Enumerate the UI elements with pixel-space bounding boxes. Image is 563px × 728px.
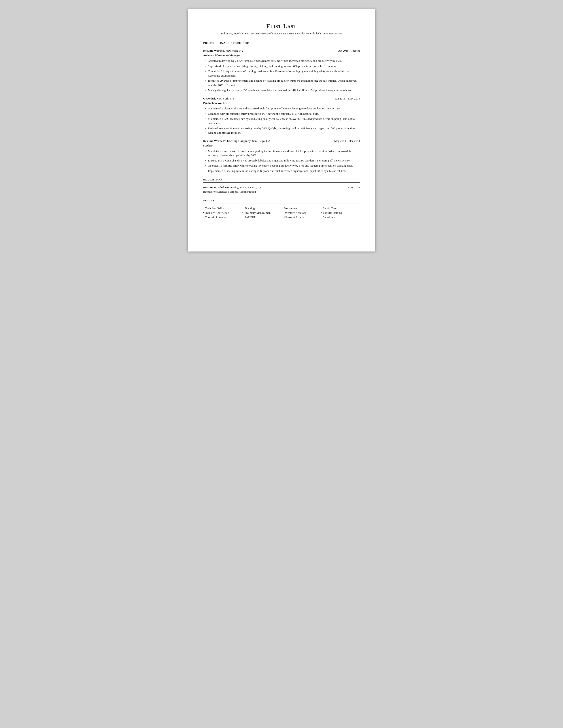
skills-grid: • Technical Skills • Industry Knowledge … [203,206,360,220]
bullet-icon: • [203,215,204,220]
skill-label: Inventory Accuracy [284,211,307,215]
skill-label: Forklift Training [323,211,342,215]
skill-label: Tools & Software [205,215,226,220]
bullet-2-1: Maintained a clean work area and organiz… [208,106,360,111]
job-title-2: Production Worker [203,101,360,105]
skill-label: Procurement [284,206,298,210]
bullet-1-4: Identified 29 areas of improvement and d… [208,79,360,87]
bullet-3-3: Operated 11 forklifts safely while stock… [208,163,360,168]
professional-experience-title: Professional Experience [203,41,360,46]
edu-school-name-1: Resume Worded University, [203,186,239,189]
skill-salesforce: • Salesforce [321,215,360,220]
skills-col-1: • Technical Skills • Industry Knowledge … [203,206,242,220]
job-company-rest-1: , New York, NY [224,49,243,52]
job-header-2: Growthsi, New York, NY Jan 2015 – May 20… [203,96,360,101]
job-bullets-1: Assisted in developing 7 new warehouse m… [203,59,360,92]
skills-col-4: • Safety Case • Forklift Training • Sale… [321,206,360,220]
skill-label: Safety Case [323,206,337,210]
job-company-rest-3: , San Diego, CA [250,139,270,143]
job-company-rest-2: , New York, NY [215,97,234,100]
skill-label: Salesforce [323,215,335,220]
job-company-1: Resume Worded, New York, NY [203,49,243,53]
bullet-1-1: Assisted in developing 7 new warehouse m… [208,59,360,63]
job-dates-2: Jan 2015 – May 2018 [335,97,360,101]
job-company-2: Growthsi, New York, NY [203,96,234,101]
bullet-icon: • [321,206,322,210]
edu-degree-1: Bachelor of Science; Business Administra… [203,190,360,194]
edu-school-1: Resume Worded University, San Francisco,… [203,185,262,190]
bullet-2-4: Reduced average shipment processing time… [208,126,360,135]
edu-header-1: Resume Worded University, San Francisco,… [203,185,360,190]
job-header-3: Resume Worded's Exciting Company, San Di… [203,139,360,143]
job-bullets-3: Maintained a keen sense of awareness reg… [203,149,360,173]
bullet-icon: • [282,206,283,210]
job-title-1: Assistant Warehouse Manager [203,53,360,58]
skills-section: Skills • Technical Skills • Industry Kno… [203,198,360,220]
skill-inventory-accuracy: • Inventory Accuracy [282,211,321,215]
bullet-icon: • [203,206,204,210]
education-section: Education Resume Worded University, San … [203,177,360,194]
bullet-icon: • [321,211,322,215]
education-block-1: Resume Worded University, San Francisco,… [203,185,360,194]
header-section: First Last Baltimore, Maryland • +1-234-… [203,22,360,36]
bullet-icon: • [242,211,243,215]
bullet-1-5: Managed and guided a team of 30 warehous… [208,88,360,92]
skill-label: Stocking [244,206,254,210]
job-bullets-2: Maintained a clean work area and organiz… [203,106,360,135]
bullet-icon: • [282,215,283,220]
skill-sap-erp: • SAP ERP [242,215,282,220]
education-title: Education [203,177,360,183]
job-dates-3: May 2010 – Dec 2014 [334,139,360,143]
bullet-icon: • [242,206,243,210]
skill-stocking: • Stocking [242,206,282,210]
skill-technical-skills: • Technical Skills [203,206,242,210]
bullet-2-3: Maintained a 92% accuracy rate by conduc… [208,117,360,125]
edu-school-rest-1: San Francisco, CA [239,186,262,189]
skill-label: Microsoft Access [284,215,304,220]
skills-col-3: • Procurement • Inventory Accuracy • Mic… [282,206,321,220]
skills-title: Skills [203,198,360,204]
skill-forklift-training: • Forklift Training [321,211,360,215]
skill-label: SAP ERP [244,215,255,220]
job-company-3: Resume Worded's Exciting Company, San Di… [203,139,270,143]
skill-industry-knowledge: • Industry Knowledge [203,211,242,215]
bullet-icon: • [242,215,243,220]
skill-procurement: • Procurement [282,206,321,210]
skill-label: Technical Skills [205,206,224,210]
job-company-name-1: Resume Worded [203,49,224,52]
bullet-icon: • [321,215,322,220]
bullet-1-3: Conducted 21 inspections and 40 training… [208,69,360,78]
bullet-icon: • [282,211,283,215]
job-dates-1: Jun 2018 – Present [338,49,360,53]
skill-safety-case: • Safety Case [321,206,360,210]
job-company-name-3: Resume Worded's Exciting Company [203,139,250,143]
skills-col-2: • Stocking • Inventory Management • SAP … [242,206,282,220]
job-company-name-2: Growthsi [203,97,215,100]
edu-dates-1: May 2010 [348,186,360,190]
bullet-2-2: Complied with all company safety procedu… [208,112,360,116]
skill-inventory-management: • Inventory Management [242,211,282,215]
job-block-3: Resume Worded's Exciting Company, San Di… [203,139,360,173]
job-block-1: Resume Worded, New York, NY Jun 2018 – P… [203,49,360,92]
job-block-2: Growthsi, New York, NY Jan 2015 – May 20… [203,96,360,135]
skill-label: Inventory Management [244,211,271,215]
bullet-1-2: Supervised 17 aspects of receiving, stor… [208,64,360,68]
resume-page: First Last Baltimore, Maryland • +1-234-… [188,9,375,251]
job-title-3: Stocker [203,144,360,148]
bullet-3-2: Ensured that 3K merchandise was properly… [208,158,360,163]
bullet-3-4: Implemented a labeling system for storin… [208,169,360,173]
candidate-name: First Last [203,22,360,30]
bullet-3-1: Maintained a keen sense of awareness reg… [208,149,360,158]
skill-label: Industry Knowledge [205,211,229,215]
professional-experience-section: Professional Experience Resume Worded, N… [203,41,360,173]
bullet-icon: • [203,211,204,215]
contact-info: Baltimore, Maryland • +1-234-456-789 • p… [203,32,360,36]
skill-microsoft-access: • Microsoft Access [282,215,321,220]
job-header-1: Resume Worded, New York, NY Jun 2018 – P… [203,49,360,53]
skill-tools-software: • Tools & Software [203,215,242,220]
